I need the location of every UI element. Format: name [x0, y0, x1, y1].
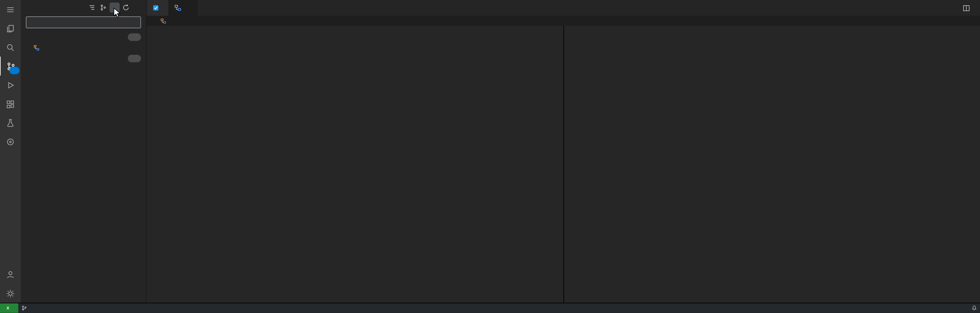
editor-area — [147, 0, 980, 303]
problems-indicator[interactable] — [34, 303, 46, 313]
explorer-icon[interactable] — [0, 19, 21, 38]
branch-indicator[interactable] — [18, 303, 34, 313]
remote-explorer-icon[interactable] — [0, 132, 21, 151]
source-control-icon[interactable] — [0, 57, 21, 76]
drawio-file-icon — [161, 18, 166, 24]
main-row — [0, 0, 980, 303]
scm-badge — [10, 67, 19, 74]
view-as-tree-icon[interactable] — [87, 2, 97, 13]
commit-check-icon[interactable] — [110, 2, 119, 13]
branch-icon — [21, 305, 27, 311]
notifications-bell[interactable] — [968, 303, 980, 313]
tab-welcome[interactable] — [147, 0, 169, 16]
status-bar — [0, 303, 980, 313]
vscode-window — [0, 0, 980, 313]
welcome-tab-icon — [152, 5, 159, 11]
statusbar-spacer — [46, 303, 962, 313]
tab-bar — [147, 0, 980, 16]
split-editor-icon[interactable] — [963, 4, 970, 12]
search-icon[interactable] — [0, 38, 21, 57]
run-debug-icon[interactable] — [0, 76, 21, 94]
layout-indicator[interactable] — [962, 303, 968, 313]
sidebar-header — [21, 0, 146, 14]
more-actions-icon[interactable] — [132, 2, 142, 13]
commit-graph-icon[interactable] — [98, 2, 108, 13]
extensions-icon[interactable] — [0, 94, 21, 113]
changes-count-badge — [128, 54, 141, 62]
tab-diff-editor[interactable] — [169, 0, 198, 16]
diff-row — [147, 26, 980, 303]
breadcrumb[interactable] — [147, 16, 980, 26]
staged-changes-section[interactable] — [21, 32, 146, 42]
changes-section[interactable] — [21, 53, 146, 64]
commit-message-input[interactable] — [26, 16, 141, 28]
settings-gear-icon[interactable] — [0, 284, 21, 303]
tabbar-actions — [963, 0, 980, 16]
drawio-file-icon — [33, 44, 40, 51]
account-icon[interactable] — [0, 265, 21, 284]
source-control-sidebar — [21, 0, 147, 303]
activity-bar — [0, 0, 21, 303]
remote-indicator[interactable] — [0, 303, 18, 313]
drawio-editor-modified — [563, 26, 980, 303]
drawio-editor-readonly — [147, 26, 563, 303]
staged-count-badge — [128, 33, 141, 41]
staged-file-row[interactable] — [21, 42, 146, 53]
bell-icon — [971, 305, 977, 311]
refresh-icon[interactable] — [121, 2, 131, 13]
test-icon[interactable] — [0, 113, 21, 132]
menu-icon[interactable] — [0, 0, 21, 19]
remote-icon — [5, 305, 11, 311]
drawio-file-icon — [174, 5, 181, 11]
